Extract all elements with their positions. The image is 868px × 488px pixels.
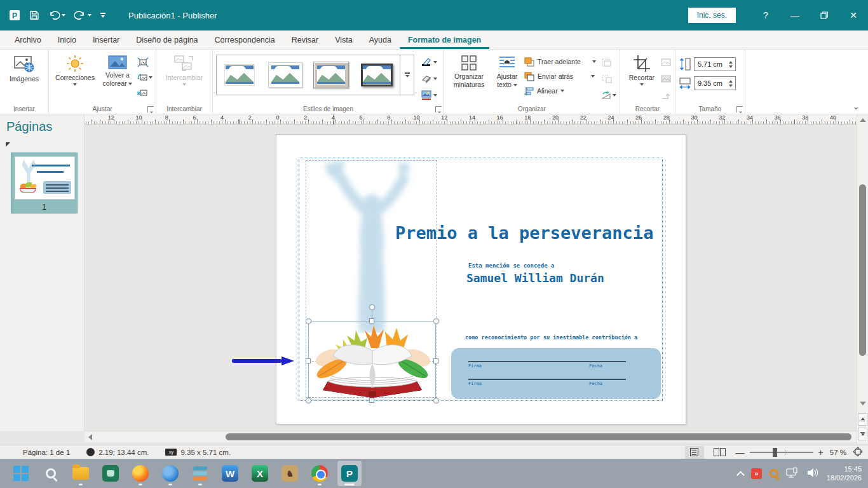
tab-insertar[interactable]: Insertar [85,32,128,49]
scroll-left-icon[interactable] [88,434,92,440]
width-up-icon[interactable] [729,80,733,83]
close-button[interactable]: ✕ [839,0,868,30]
rotate-objects-button[interactable] [601,89,616,102]
undo-button[interactable] [48,10,65,20]
estilos-dialog-launcher[interactable] [435,106,442,112]
horizontal-scrollbar[interactable] [85,431,857,442]
tab-formato-de-imagen[interactable]: Formato de imagen [400,32,489,49]
imagenes-button[interactable]: Imágenes [3,52,45,83]
previous-page-button[interactable] [858,413,867,426]
alinear-button[interactable]: Alinear [524,85,596,97]
height-down-icon[interactable] [729,65,733,68]
thunderbird-icon[interactable] [158,461,182,486]
tab-inicio[interactable]: Inicio [50,32,85,49]
tray-expand-icon[interactable] [736,471,745,479]
picture-effects-button[interactable] [421,72,437,85]
signature-panel[interactable]: Firma Fecha Firma Fecha [451,348,661,399]
volume-icon[interactable] [806,468,819,479]
zoom-slider[interactable]: — + [736,447,824,458]
tab-archivo[interactable]: Archivo [6,32,50,49]
picture-border-button[interactable] [421,56,437,69]
stack-app-icon[interactable] [188,461,212,486]
horizontal-scroll-thumb[interactable] [226,433,851,440]
resize-handle-top[interactable] [369,318,374,323]
volver-a-colorear-button[interactable]: Volver a colorear [98,52,137,88]
word-icon[interactable]: W [218,461,242,486]
save-icon[interactable] [29,10,39,20]
zoom-in-icon[interactable]: + [818,447,824,458]
enviar-atras-button[interactable]: Enviar atrás [524,71,596,82]
resize-handle-bottom-right[interactable] [433,398,439,403]
resize-handle-bottom-left[interactable] [306,398,311,403]
terminal-app-icon[interactable] [98,461,123,486]
height-up-icon[interactable] [729,61,733,64]
picture-style-4[interactable] [354,55,400,95]
picture-style-3[interactable] [308,55,354,95]
recortar-button[interactable]: Recortar [623,52,660,86]
pages-panel-collapse-icon[interactable] [6,142,10,147]
resize-handle-bottom[interactable] [369,398,374,403]
page-thumbnail[interactable]: 1 [11,152,78,214]
ajustar-texto-button[interactable]: Ajustar texto [491,52,524,89]
gallery-more-button[interactable] [400,55,414,95]
traer-adelante-button[interactable]: Traer adelante [524,56,596,67]
resize-handle-left[interactable] [306,358,311,363]
sign-in-button[interactable]: Inic. ses. [688,8,736,23]
help-button[interactable]: ? [751,0,780,30]
resize-handle-top-right[interactable] [433,318,439,324]
single-page-view-button[interactable] [685,446,704,459]
collapse-ribbon-icon[interactable]: ⌄ [853,102,859,111]
tab-ayuda[interactable]: Ayuda [361,32,400,49]
compress-pictures-button[interactable] [137,56,153,69]
reset-picture-button[interactable] [137,86,153,99]
correcciones-button[interactable]: Correcciones [52,52,98,86]
horizontal-ruler[interactable]: 1210864202468101214161820222426283032343… [85,114,857,125]
redo-button[interactable] [74,10,92,20]
firefox-icon[interactable] [128,461,153,486]
fit-page-button[interactable] [853,447,863,458]
picture-style-1[interactable] [217,55,262,95]
zoom-out-icon[interactable]: — [736,447,745,458]
width-value[interactable]: 9.35 cm [695,79,726,87]
width-down-icon[interactable] [729,85,733,87]
zoom-percentage[interactable]: 57 % [830,449,846,456]
picture-caption-button[interactable] [421,89,437,102]
zoom-slider-thumb[interactable] [773,448,777,457]
canvas-workspace[interactable]: Premio a la perseverancia Esta mención s… [85,125,857,431]
next-page-button[interactable] [858,428,867,440]
certificate-lead-in[interactable]: Esta mención se concede a [468,262,554,269]
clock[interactable]: 15:45 18/02/2026 [827,464,862,483]
search-button[interactable] [39,461,63,486]
resize-handle-top-left[interactable] [306,318,311,324]
start-button[interactable] [9,461,33,486]
change-picture-button[interactable] [137,71,153,84]
tray-app-icon[interactable]: » [751,468,762,479]
network-icon[interactable] [786,467,799,480]
publisher-taskbar-icon[interactable]: P [337,461,362,486]
resize-handle-right[interactable] [433,358,438,363]
tab-correspondencia[interactable]: Correspondencia [207,32,283,49]
restore-button[interactable] [810,0,839,30]
page-indicator[interactable]: Página: 1 de 1 [23,449,70,456]
tab-vista[interactable]: Vista [327,32,361,49]
game-app-icon[interactable]: ♞ [278,461,302,486]
height-spinner[interactable]: 5.71 cm [694,57,736,71]
certificate-recipient[interactable]: Samuel William Durán [466,271,604,285]
undo-dropdown-icon[interactable] [62,14,65,17]
width-spinner[interactable]: 9.35 cm [694,76,736,90]
ajustar-dialog-launcher[interactable] [147,106,154,112]
certificate-title[interactable]: Premio a la perseverancia [395,223,668,243]
organizar-miniaturas-button[interactable]: Organizar miniaturas [447,52,491,89]
customize-qat-icon[interactable] [100,13,105,18]
picture-style-2[interactable] [262,55,308,95]
redo-dropdown-icon[interactable] [88,14,92,17]
tab-revisar[interactable]: Revisar [283,32,327,49]
tray-magnifier-icon[interactable] [770,469,778,478]
excel-icon[interactable]: X [248,461,272,486]
two-page-view-button[interactable] [710,446,729,459]
height-value[interactable]: 5.71 cm [695,60,726,68]
scroll-down-icon[interactable] [860,402,866,405]
minimize-button[interactable]: — [780,0,810,30]
vertical-scroll-thumb[interactable] [859,184,866,356]
scroll-up-icon[interactable] [860,118,866,122]
